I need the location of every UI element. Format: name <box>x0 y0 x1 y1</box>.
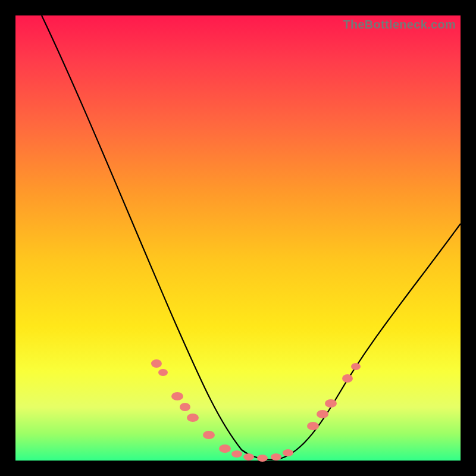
svg-point-3 <box>180 403 190 411</box>
svg-point-9 <box>257 455 268 462</box>
svg-point-16 <box>351 363 361 370</box>
svg-point-13 <box>317 410 328 418</box>
svg-point-14 <box>325 399 337 408</box>
svg-point-10 <box>271 453 281 461</box>
svg-point-2 <box>171 392 183 400</box>
bottleneck-curve <box>42 15 461 460</box>
chart-plot-area: TheBottleneck.com <box>15 15 461 461</box>
chart-frame: TheBottleneck.com <box>0 0 476 476</box>
svg-point-12 <box>307 422 319 430</box>
svg-point-1 <box>158 369 168 376</box>
svg-point-0 <box>151 359 162 368</box>
svg-point-15 <box>342 374 353 383</box>
svg-point-6 <box>219 444 231 453</box>
chart-svg <box>15 15 461 461</box>
svg-point-7 <box>231 450 242 458</box>
svg-point-11 <box>283 449 293 456</box>
svg-point-5 <box>203 431 215 439</box>
svg-point-8 <box>243 453 254 461</box>
svg-point-4 <box>187 414 199 422</box>
